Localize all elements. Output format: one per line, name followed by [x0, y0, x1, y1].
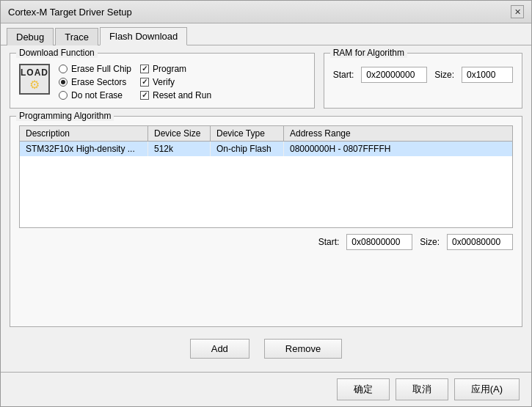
tabs-bar: Debug Trace Flash Download [1, 23, 531, 45]
radio-label-erase-sectors: Erase Sectors [71, 77, 126, 87]
ram-fields: Start: Size: [333, 67, 513, 83]
window-title: Cortex-M Target Driver Setup [8, 7, 132, 18]
checkbox-options: ✓ Program ✓ Verify ✓ [140, 64, 211, 100]
radio-circle-erase-full-chip [59, 65, 68, 73]
algorithm-table: Description Device Size Device Type Addr… [19, 125, 513, 228]
pa-start-input[interactable] [346, 234, 412, 250]
checkbox-check-reset-and-run: ✓ [142, 92, 147, 99]
dialog-content: Download Function LOAD ⚙ Erase Full Chip [1, 45, 531, 372]
confirm-button[interactable]: 确定 [337, 378, 390, 400]
programming-algorithm-group: Programming Algorithm Description Device… [10, 116, 522, 327]
radio-circle-erase-sectors [59, 78, 68, 87]
checkbox-check-program: ✓ [142, 65, 147, 73]
close-button[interactable]: ✕ [511, 5, 524, 18]
action-buttons: Add Remove [10, 334, 522, 364]
radio-do-not-erase[interactable]: Do not Erase [59, 90, 131, 100]
radio-options: Erase Full Chip Erase Sectors Do not Era… [59, 64, 131, 100]
radio-label-do-not-erase: Do not Erase [71, 90, 123, 100]
tab-debug[interactable]: Debug [7, 28, 54, 45]
df-inner: LOAD ⚙ Erase Full Chip Era [19, 62, 305, 100]
td-address-range: 08000000H - 0807FFFFH [284, 142, 512, 156]
pa-size-label: Size: [420, 237, 440, 247]
ram-for-algorithm-title: RAM for Algorithm [330, 48, 407, 58]
dialog-window: Cortex-M Target Driver Setup ✕ Debug Tra… [0, 0, 532, 407]
apply-button[interactable]: 应用(A) [454, 378, 520, 400]
download-function-group: Download Function LOAD ⚙ Erase Full Chip [10, 53, 315, 109]
checkbox-label-verify: Verify [153, 77, 175, 87]
pa-bottom-fields: Start: Size: [19, 234, 513, 250]
checkbox-check-verify: ✓ [142, 78, 147, 86]
th-device-size: Device Size [148, 126, 211, 141]
table-header: Description Device Size Device Type Addr… [20, 126, 512, 142]
checkbox-program[interactable]: ✓ Program [140, 64, 211, 74]
ram-start-label: Start: [333, 70, 354, 80]
add-button[interactable]: Add [190, 339, 249, 359]
td-device-size: 512k [148, 142, 211, 156]
load-text: LOAD [21, 67, 48, 78]
radio-dot-erase-sectors [61, 80, 65, 84]
tab-trace[interactable]: Trace [55, 28, 98, 45]
title-bar: Cortex-M Target Driver Setup ✕ [1, 1, 531, 23]
pa-size-input[interactable] [447, 234, 513, 250]
ram-size-label: Size: [434, 70, 454, 80]
radio-erase-full-chip[interactable]: Erase Full Chip [59, 64, 131, 74]
load-gear-icon: ⚙ [29, 78, 40, 92]
checkbox-box-reset-and-run: ✓ [140, 91, 149, 100]
radio-erase-sectors[interactable]: Erase Sectors [59, 77, 131, 87]
ram-for-algorithm-group: RAM for Algorithm Start: Size: [324, 53, 522, 109]
radio-label-erase-full-chip: Erase Full Chip [71, 64, 131, 74]
programming-algorithm-title: Programming Algorithm [16, 111, 114, 121]
table-row[interactable]: STM32F10x High-density ... 512k On-chip … [20, 142, 512, 156]
load-icon: LOAD ⚙ [19, 64, 50, 95]
th-address-range: Address Range [284, 126, 512, 141]
download-function-title: Download Function [16, 48, 98, 58]
td-description: STM32F10x High-density ... [20, 142, 148, 156]
top-row: Download Function LOAD ⚙ Erase Full Chip [10, 53, 522, 109]
td-device-type: On-chip Flash [211, 142, 284, 156]
checkbox-verify[interactable]: ✓ Verify [140, 77, 211, 87]
checkbox-box-program: ✓ [140, 65, 149, 73]
cancel-button[interactable]: 取消 [396, 378, 448, 400]
pa-inner: Description Device Size Device Type Addr… [19, 125, 513, 319]
ram-start-input[interactable] [361, 67, 427, 83]
bottom-bar: 确定 取消 应用(A) [1, 372, 531, 406]
pa-start-label: Start: [318, 237, 340, 247]
checkbox-label-reset-and-run: Reset and Run [153, 90, 211, 100]
remove-button[interactable]: Remove [264, 339, 342, 359]
checkbox-box-verify: ✓ [140, 78, 149, 87]
checkbox-label-program: Program [153, 64, 186, 74]
radio-circle-do-not-erase [59, 91, 68, 100]
checkbox-reset-and-run[interactable]: ✓ Reset and Run [140, 90, 211, 100]
programming-algorithm-section: Programming Algorithm Description Device… [10, 116, 522, 327]
th-description: Description [20, 126, 148, 141]
th-device-type: Device Type [211, 126, 284, 141]
tab-flash-download[interactable]: Flash Download [100, 27, 187, 45]
ram-size-input[interactable] [462, 67, 513, 83]
